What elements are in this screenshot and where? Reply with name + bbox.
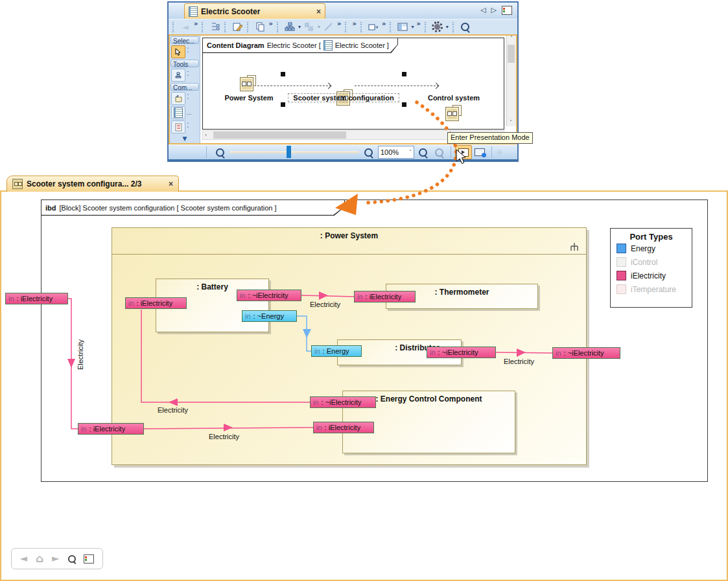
presentation-nav-bar: ◄ ⌂ ► xyxy=(11,548,103,569)
overflow-chevron-icon[interactable]: » xyxy=(194,21,198,27)
port-powersystem-conj-ielectricity[interactable]: in: ~iElectricity xyxy=(552,347,620,359)
next-tab-icon[interactable]: ▷ xyxy=(491,6,497,15)
port-powersystem-ielectricity[interactable]: in: iElectricity xyxy=(78,423,144,435)
copy-button[interactable] xyxy=(254,21,266,33)
dropdown-icon[interactable]: ▾ xyxy=(446,24,449,30)
back-button[interactable]: ◄ xyxy=(180,21,191,33)
requirement-tool-button[interactable] xyxy=(171,120,185,133)
port-battery-conj-energy[interactable]: in: ~Energy xyxy=(242,310,297,322)
overflow-chevron-icon[interactable]: » xyxy=(352,21,356,27)
legend-row-itemperature: iTemperature xyxy=(611,282,692,296)
palette-spinner[interactable]: ˄˅ xyxy=(187,71,189,79)
palette-spinner[interactable]: ˄˅ xyxy=(187,123,189,131)
window-layout-button[interactable] xyxy=(397,21,408,33)
toolbar-separator xyxy=(224,22,228,32)
zoom-slider[interactable] xyxy=(229,151,359,154)
vertical-scrollbar[interactable]: ˄ ˅ xyxy=(506,36,516,126)
itemperature-swatch-icon xyxy=(616,284,626,294)
prev-tab-icon[interactable]: ◁ xyxy=(480,6,486,15)
port-distributor-conj-ielectricity[interactable]: in: ~iElectricity xyxy=(427,347,496,358)
zoom-level-combo[interactable]: 100% ˅ xyxy=(378,146,414,159)
settings-button[interactable] xyxy=(432,21,443,33)
selection-handle[interactable] xyxy=(402,102,406,107)
editor-main-area: Selec... ˄˅ Tools ˄˅ Com... ˄˅ xyxy=(169,34,517,144)
port-distributor-energy[interactable]: in: Energy xyxy=(311,345,362,357)
port-battery-ielectricity[interactable]: in: iElectricity xyxy=(125,297,187,309)
palette-spinner[interactable]: ˄˅ xyxy=(187,48,189,56)
tab-list-icon[interactable] xyxy=(502,6,512,15)
port-frame-ielectricity[interactable]: in: iElectricity xyxy=(5,293,68,304)
containment-tree-button[interactable] xyxy=(209,21,220,33)
legend-icon xyxy=(174,108,183,118)
palette-more-label[interactable]: ... xyxy=(187,109,192,116)
overflow-chevron-icon[interactable]: » xyxy=(337,21,341,27)
node-control-system-label[interactable]: Control system xyxy=(421,94,487,102)
nav-search-icon[interactable] xyxy=(68,555,76,563)
selection-handle[interactable] xyxy=(281,72,285,76)
icontrol-swatch-icon xyxy=(616,257,626,267)
legend-label: iElectricity xyxy=(631,271,666,280)
tab-electric-scooter[interactable]: Electric Scooter × xyxy=(184,3,325,19)
fit-in-window-icon[interactable] xyxy=(419,148,427,157)
selection-handle[interactable] xyxy=(281,102,285,107)
scroll-up-icon[interactable]: ˄ xyxy=(510,36,513,41)
search-button[interactable] xyxy=(460,21,471,33)
content-diagram-icon xyxy=(189,6,198,17)
palette-spinner[interactable]: ˄˅ xyxy=(187,95,189,102)
nav-home-icon[interactable]: ⌂ xyxy=(36,553,43,564)
node-power-system-label[interactable]: Power System xyxy=(217,94,281,102)
layout-hierarchic-button[interactable] xyxy=(284,21,296,33)
zoom-in-icon[interactable] xyxy=(364,148,373,157)
zoom-slider-handle[interactable] xyxy=(287,146,291,158)
editor-toolbar: ◄ » » ▾ ▾ » » » xyxy=(169,19,517,34)
node-scooter-config-label[interactable]: Scooter system configuration xyxy=(288,94,399,102)
dependency-edge[interactable] xyxy=(257,85,331,86)
port-thermometer-ielectricity[interactable]: in: iElectricity xyxy=(354,291,416,302)
palette-section-common[interactable]: Com... xyxy=(170,83,199,91)
dependency-edge[interactable] xyxy=(355,85,439,86)
align-button-disabled xyxy=(303,21,315,33)
scroll-down-icon[interactable]: ˅ xyxy=(510,120,512,126)
stamp-tool-button[interactable] xyxy=(171,69,185,82)
port-ecc-conj-ielectricity[interactable]: in: ~iElectricity xyxy=(310,396,376,408)
diagram-info-button[interactable] xyxy=(472,146,487,159)
port-ecc-ielectricity[interactable]: in: iElectricity xyxy=(313,422,374,433)
scrollbar-thumb[interactable] xyxy=(508,45,515,63)
ibd-diagram-header: ibd [Block] Scooter system configuration… xyxy=(41,199,345,216)
overflow-chevron-icon[interactable]: » xyxy=(268,21,272,27)
nav-forward-icon[interactable]: ► xyxy=(52,554,60,564)
scrollbar-thumb[interactable] xyxy=(213,131,346,139)
enter-presentation-mode-button[interactable] xyxy=(455,145,472,159)
toolbar-separator xyxy=(390,22,393,32)
tab-close-icon[interactable]: × xyxy=(169,179,173,188)
nav-back-icon[interactable]: ◄ xyxy=(19,554,27,564)
diagram-canvas[interactable]: Content Diagram Electric Scooter [ Elect… xyxy=(200,36,516,143)
palette-expand-icon[interactable]: ▼ xyxy=(170,134,200,143)
tab-scooter-system-configuration[interactable]: Scooter system configura... 2/3 × xyxy=(6,176,179,192)
scroll-left-icon[interactable]: ‹ xyxy=(205,132,207,138)
tab-close-icon[interactable]: × xyxy=(316,7,321,16)
node-control-system-icon[interactable] xyxy=(445,107,460,122)
overflow-chevron-icon[interactable]: » xyxy=(382,21,386,27)
palette-section-selection[interactable]: Selec... xyxy=(170,36,199,44)
palette-section-tools[interactable]: Tools xyxy=(170,60,199,67)
edit-diagram-button[interactable] xyxy=(231,21,243,33)
port-battery-conj-ielectricity[interactable]: in: ~iElectricity xyxy=(237,290,301,301)
statusbar-separator xyxy=(491,146,492,158)
legend-tool-button[interactable] xyxy=(171,106,185,119)
presentation-mode-icon xyxy=(458,148,469,157)
dropdown-icon[interactable]: ▾ xyxy=(411,24,414,30)
node-power-system-icon[interactable] xyxy=(240,77,254,93)
content-diagram-frame-header: Content Diagram Electric Scooter [ Elect… xyxy=(202,38,398,53)
select-tool-button[interactable] xyxy=(171,45,185,58)
selection-handle[interactable] xyxy=(402,72,406,76)
frame-name-label2: Electric Scooter ] xyxy=(335,41,389,49)
zoom-out-icon[interactable] xyxy=(216,148,224,157)
note-tool-button[interactable] xyxy=(171,92,185,105)
toolbar-separator xyxy=(360,22,364,32)
resize-button[interactable] xyxy=(368,21,379,33)
overflow-chevron-icon[interactable]: » xyxy=(416,21,420,27)
nav-diagram-list-icon[interactable] xyxy=(84,554,94,564)
tab-title: Scooter system configura... 2/3 xyxy=(27,179,141,188)
dropdown-icon[interactable]: ▾ xyxy=(298,24,301,30)
